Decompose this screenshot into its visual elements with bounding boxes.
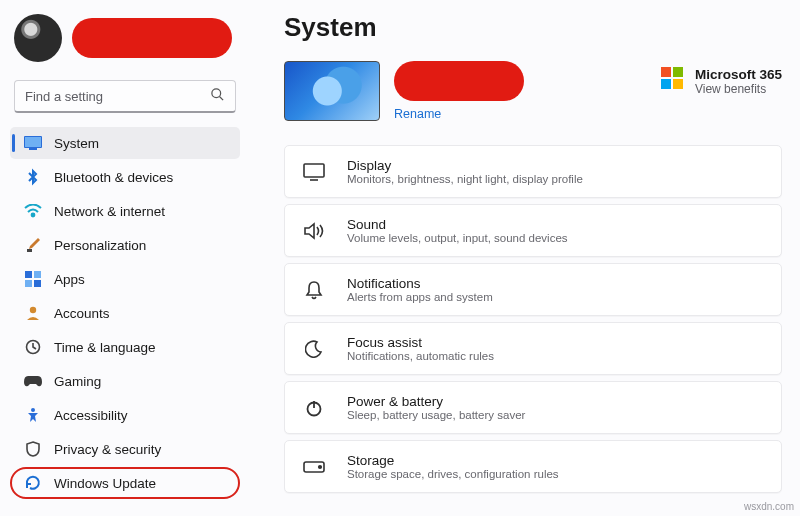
svg-rect-14 [304, 164, 324, 177]
update-icon [24, 474, 42, 492]
svg-rect-7 [25, 271, 32, 278]
svg-rect-4 [29, 148, 37, 150]
sidebar-item-label: Personalization [54, 238, 146, 253]
card-title: Focus assist [347, 335, 494, 350]
storage-icon [303, 456, 325, 478]
card-title: Storage [347, 453, 559, 468]
card-sound[interactable]: Sound Volume levels, output, input, soun… [284, 204, 782, 257]
sidebar-item-label: Gaming [54, 374, 101, 389]
watermark: wsxdn.com [744, 501, 794, 512]
power-icon [303, 397, 325, 419]
sidebar-item-privacy-security[interactable]: Privacy & security [10, 433, 240, 465]
card-title: Sound [347, 217, 568, 232]
search-input[interactable]: Find a setting [14, 80, 236, 113]
display-icon [303, 161, 325, 183]
sidebar-item-label: System [54, 136, 99, 151]
svg-point-13 [31, 408, 35, 412]
search-icon [210, 87, 225, 105]
sidebar-nav: System Bluetooth & devices Network & int… [10, 127, 240, 499]
card-storage[interactable]: Storage Storage space, drives, configura… [284, 440, 782, 493]
device-name-redacted [394, 61, 524, 101]
rename-link[interactable]: Rename [394, 107, 524, 121]
card-subtitle: Storage space, drives, configuration rul… [347, 468, 559, 480]
svg-rect-6 [27, 249, 32, 252]
sidebar-item-bluetooth[interactable]: Bluetooth & devices [10, 161, 240, 193]
sidebar-item-accounts[interactable]: Accounts [10, 297, 240, 329]
page-title: System [284, 12, 782, 43]
device-thumbnail[interactable] [284, 61, 380, 121]
sidebar-item-apps[interactable]: Apps [10, 263, 240, 295]
card-title: Power & battery [347, 394, 525, 409]
apps-icon [24, 270, 42, 288]
card-notifications[interactable]: Notifications Alerts from apps and syste… [284, 263, 782, 316]
svg-point-0 [212, 89, 221, 98]
main-panel: System Rename Microsoft 365 View benefit… [248, 0, 800, 516]
svg-rect-8 [34, 271, 41, 278]
card-subtitle: Notifications, automatic rules [347, 350, 494, 362]
svg-rect-9 [25, 280, 32, 287]
card-focus-assist[interactable]: Focus assist Notifications, automatic ru… [284, 322, 782, 375]
sidebar-item-label: Apps [54, 272, 85, 287]
m365-title: Microsoft 365 [695, 67, 782, 82]
sidebar-item-accessibility[interactable]: Accessibility [10, 399, 240, 431]
card-title: Display [347, 158, 583, 173]
bell-icon [303, 279, 325, 301]
profile-name-redacted [72, 18, 232, 58]
microsoft-logo-icon [661, 67, 683, 89]
sidebar: Find a setting System Bluetooth & device… [0, 0, 248, 516]
account-icon [24, 304, 42, 322]
clock-icon [24, 338, 42, 356]
search-placeholder: Find a setting [25, 89, 103, 104]
sidebar-item-label: Network & internet [54, 204, 165, 219]
sound-icon [303, 220, 325, 242]
card-subtitle: Monitors, brightness, night light, displ… [347, 173, 583, 185]
wifi-icon [24, 202, 42, 220]
sidebar-item-label: Time & language [54, 340, 156, 355]
card-subtitle: Sleep, battery usage, battery saver [347, 409, 525, 421]
sidebar-item-label: Bluetooth & devices [54, 170, 173, 185]
sidebar-item-label: Privacy & security [54, 442, 161, 457]
sidebar-item-system[interactable]: System [10, 127, 240, 159]
sidebar-item-gaming[interactable]: Gaming [10, 365, 240, 397]
svg-point-19 [319, 465, 322, 468]
m365-subtitle: View benefits [695, 82, 782, 96]
sidebar-item-windows-update[interactable]: Windows Update [10, 467, 240, 499]
avatar [14, 14, 62, 62]
shield-icon [24, 440, 42, 458]
svg-point-11 [30, 307, 36, 313]
settings-card-list: Display Monitors, brightness, night ligh… [284, 145, 782, 493]
card-subtitle: Alerts from apps and system [347, 291, 493, 303]
svg-line-1 [220, 97, 223, 100]
card-subtitle: Volume levels, output, input, sound devi… [347, 232, 568, 244]
gaming-icon [24, 372, 42, 390]
card-power-battery[interactable]: Power & battery Sleep, battery usage, ba… [284, 381, 782, 434]
system-icon [24, 134, 42, 152]
bluetooth-icon [24, 168, 42, 186]
sidebar-item-network[interactable]: Network & internet [10, 195, 240, 227]
profile-block[interactable] [10, 12, 240, 80]
sidebar-item-label: Accounts [54, 306, 110, 321]
moon-icon [303, 338, 325, 360]
device-row: Rename Microsoft 365 View benefits [284, 61, 782, 121]
card-title: Notifications [347, 276, 493, 291]
card-display[interactable]: Display Monitors, brightness, night ligh… [284, 145, 782, 198]
brush-icon [24, 236, 42, 254]
microsoft-365-block[interactable]: Microsoft 365 View benefits [661, 61, 782, 96]
svg-point-5 [32, 214, 35, 217]
sidebar-item-label: Accessibility [54, 408, 128, 423]
sidebar-item-time-language[interactable]: Time & language [10, 331, 240, 363]
accessibility-icon [24, 406, 42, 424]
sidebar-item-personalization[interactable]: Personalization [10, 229, 240, 261]
svg-rect-10 [34, 280, 41, 287]
sidebar-item-label: Windows Update [54, 476, 156, 491]
svg-rect-3 [25, 137, 41, 147]
